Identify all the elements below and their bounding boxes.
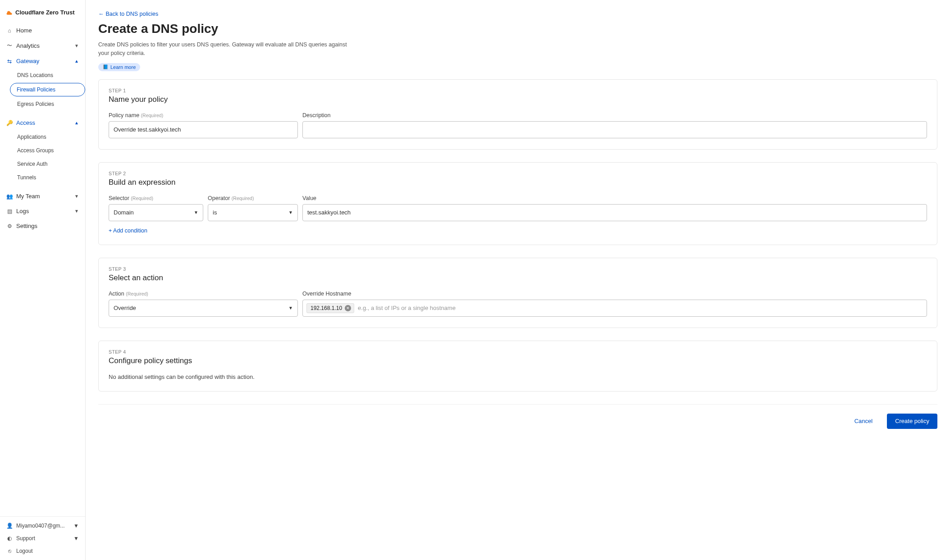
chevron-down-icon: ▼ [194, 210, 198, 215]
policy-name-input[interactable] [109, 121, 298, 138]
operator-value: is [213, 209, 217, 216]
footer-support[interactable]: ◐ Support ▼ [0, 532, 85, 545]
sidebar-item-tunnels[interactable]: Tunnels [0, 171, 85, 184]
book-icon: 📘 [103, 64, 108, 69]
sidebar-item-label: Settings [16, 223, 37, 229]
analytics-icon: 〜 [6, 42, 13, 50]
access-icon: 🔑 [6, 120, 13, 126]
footer-logout[interactable]: ⎋ Logout [0, 545, 85, 557]
sidebar-item-access[interactable]: 🔑 Access ▲ [0, 115, 85, 130]
sidebar-footer: 👤 Miyamo0407@gm... ▼ ◐ Support ▼ ⎋ Logou… [0, 516, 85, 560]
sidebar-item-label: Applications [17, 134, 46, 140]
required-hint: (Required) [232, 196, 254, 201]
page-description: Create DNS policies to filter your users… [98, 41, 351, 58]
value-input[interactable] [302, 204, 927, 221]
sidebar-item-firewall-policies[interactable]: Firewall Policies [10, 83, 85, 96]
brand-title: Cloudflare Zero Trust [15, 9, 74, 16]
chevron-up-icon: ▲ [74, 59, 79, 64]
override-hostname-input[interactable]: 192.168.1.10 ✕ [302, 300, 927, 317]
sidebar-item-home[interactable]: ⌂ Home [0, 23, 85, 38]
sidebar-item-label: Logs [16, 208, 29, 214]
footer-account-label: Miyamo0407@gm... [16, 523, 65, 529]
field-label-text: Operator [208, 195, 230, 201]
action-label: Action (Required) [109, 291, 298, 297]
step-title: Name your policy [109, 95, 927, 104]
footer-logout-label: Logout [16, 548, 33, 554]
back-link-label: Back to DNS policies [106, 11, 159, 17]
override-hostname-tag: 192.168.1.10 ✕ [306, 303, 354, 313]
form-actions: Cancel Create policy [98, 404, 937, 429]
chevron-down-icon: ▼ [74, 194, 79, 199]
description-input[interactable] [302, 121, 927, 138]
chevron-down-icon: ▼ [73, 523, 79, 529]
step-label: STEP 4 [109, 349, 927, 355]
back-to-dns-policies-link[interactable]: ← Back to DNS policies [98, 9, 158, 22]
sidebar-item-settings[interactable]: ⚙ Settings [0, 219, 85, 233]
learn-more-button[interactable]: 📘 Learn more [98, 63, 140, 71]
chevron-down-icon: ▼ [74, 43, 79, 48]
sidebar-item-service-auth[interactable]: Service Auth [0, 157, 85, 171]
support-icon: ◐ [6, 535, 13, 542]
sidebar-item-label: Egress Policies [17, 101, 54, 107]
override-hostname-label: Override Hostname [302, 291, 927, 297]
sidebar-item-label: Access [16, 119, 35, 126]
operator-dropdown[interactable]: is ▼ [208, 204, 298, 221]
step-4-card: STEP 4 Configure policy settings No addi… [98, 341, 937, 392]
sidebar-item-egress-policies[interactable]: Egress Policies [0, 97, 85, 111]
step-label: STEP 3 [109, 266, 927, 272]
sidebar-item-analytics[interactable]: 〜 Analytics ▼ [0, 38, 85, 54]
sidebar-item-label: Service Auth [17, 161, 47, 167]
tag-text: 192.168.1.10 [311, 305, 342, 311]
step-4-body: No additional settings can be configured… [109, 373, 927, 380]
sidebar-item-label: Analytics [16, 42, 40, 49]
sidebar-item-dns-locations[interactable]: DNS Locations [0, 68, 85, 82]
add-condition-link[interactable]: + Add condition [109, 228, 147, 234]
sidebar-item-applications[interactable]: Applications [0, 130, 85, 144]
brand[interactable]: Cloudflare Zero Trust [0, 5, 85, 23]
user-icon: 👤 [6, 523, 13, 529]
required-hint: (Required) [131, 196, 153, 201]
field-label-text: Selector [109, 195, 129, 201]
value-label: Value [302, 195, 927, 201]
logs-icon: ▤ [6, 208, 13, 214]
sidebar-item-label: Tunnels [17, 174, 36, 181]
chevron-up-icon: ▲ [74, 120, 79, 125]
tag-remove-icon[interactable]: ✕ [345, 305, 351, 311]
override-hostname-text-input[interactable] [358, 305, 923, 311]
cancel-button[interactable]: Cancel [846, 414, 881, 429]
gateway-icon: ⇆ [6, 58, 13, 64]
action-dropdown[interactable]: Override ▼ [109, 300, 298, 317]
team-icon: 👥 [6, 193, 13, 200]
step-title: Select an action [109, 273, 927, 282]
arrow-left-icon: ← [98, 11, 104, 17]
main-content: ← Back to DNS policies Create a DNS poli… [86, 0, 950, 560]
step-title: Build an expression [109, 178, 927, 187]
sidebar-item-my-team[interactable]: 👥 My Team ▼ [0, 189, 85, 204]
learn-more-label: Learn more [110, 64, 136, 70]
sidebar-item-label: Access Groups [17, 147, 54, 154]
footer-account[interactable]: 👤 Miyamo0407@gm... ▼ [0, 519, 85, 532]
sidebar-top: Cloudflare Zero Trust ⌂ Home 〜 Analytics… [0, 0, 85, 516]
create-policy-button[interactable]: Create policy [887, 414, 937, 429]
step-1-card: STEP 1 Name your policy Policy name (Req… [98, 79, 937, 150]
sidebar-item-gateway[interactable]: ⇆ Gateway ▲ [0, 54, 85, 68]
step-label: STEP 2 [109, 171, 927, 176]
page-title: Create a DNS policy [98, 22, 937, 36]
step-label: STEP 1 [109, 88, 927, 93]
cloudflare-logo-icon [6, 9, 13, 16]
policy-name-label: Policy name (Required) [109, 112, 298, 118]
chevron-down-icon: ▼ [288, 305, 293, 310]
sidebar-item-label: Home [16, 27, 32, 34]
required-hint: (Required) [141, 113, 164, 118]
sidebar-item-access-groups[interactable]: Access Groups [0, 144, 85, 157]
selector-dropdown[interactable]: Domain ▼ [109, 204, 203, 221]
action-value: Override [114, 305, 136, 311]
sidebar-item-logs[interactable]: ▤ Logs ▼ [0, 204, 85, 219]
chevron-down-icon: ▼ [73, 535, 79, 542]
sidebar-item-label: Firewall Policies [17, 87, 55, 93]
description-label: Description [302, 112, 927, 118]
sidebar: Cloudflare Zero Trust ⌂ Home 〜 Analytics… [0, 0, 86, 560]
logout-icon: ⎋ [6, 548, 13, 554]
sidebar-item-label: DNS Locations [17, 72, 53, 78]
chevron-down-icon: ▼ [74, 209, 79, 214]
